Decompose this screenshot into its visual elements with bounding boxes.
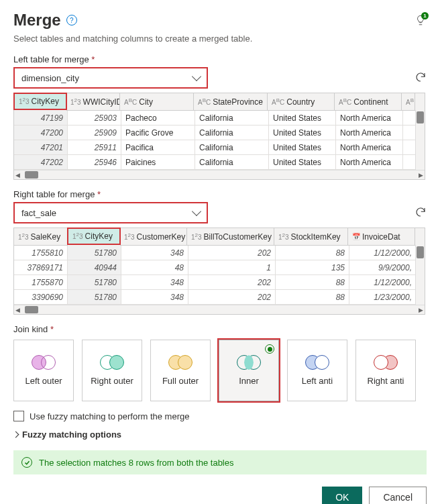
col-stockitemkey[interactable]: 123StockItemKey xyxy=(274,228,348,246)
col-more[interactable]: AB xyxy=(402,93,415,111)
refresh-icon[interactable] xyxy=(415,71,427,83)
left-table-select[interactable]: dimension_city xyxy=(13,67,208,89)
col-city[interactable]: ABCCity xyxy=(120,93,194,111)
col-stateprovince[interactable]: ABCStateProvince xyxy=(194,93,268,111)
status-text: The selection matches 8 rows from both t… xyxy=(39,458,233,468)
col-continent[interactable]: ABCContinent xyxy=(335,93,402,111)
left-table-grid: 123CityKey 123WWICityID ABCCity ABCState… xyxy=(13,93,425,180)
tips-badge: 1 xyxy=(421,12,429,19)
col-country[interactable]: ABCCountry xyxy=(268,93,335,111)
table-row: 175587051780348202881/12/2000, xyxy=(14,275,425,290)
right-table-grid: 123SaleKey 123CityKey 123CustomerKey 123… xyxy=(13,228,425,315)
ok-button[interactable]: OK xyxy=(322,487,362,504)
fuzzy-options-expander[interactable]: Fuzzy matching options xyxy=(13,430,427,440)
table-row: 4720125911PacificaCaliforniaUnited State… xyxy=(14,140,425,155)
subtitle: Select tables and matching columns to cr… xyxy=(13,34,427,44)
radio-selected-icon xyxy=(265,344,274,354)
horizontal-scrollbar[interactable]: ◀▶ xyxy=(14,305,425,314)
status-bar: The selection matches 8 rows from both t… xyxy=(13,450,427,474)
tips-icon[interactable]: 1 xyxy=(415,14,427,26)
right-table-value: fact_sale xyxy=(21,208,56,218)
success-icon xyxy=(21,457,32,468)
join-left-outer[interactable]: Left outer xyxy=(13,340,74,401)
chevron-down-icon xyxy=(192,207,201,216)
help-icon[interactable]: ? xyxy=(66,15,77,26)
col-wwicityid[interactable]: 123WWICityID xyxy=(66,93,120,111)
col-billtocustomerkey[interactable]: 123BillToCustomerKey xyxy=(187,228,274,246)
right-table-select[interactable]: fact_sale xyxy=(13,202,208,223)
page-title: Merge xyxy=(13,11,61,30)
horizontal-scrollbar[interactable]: ◀▶ xyxy=(14,170,425,179)
left-table-value: dimension_city xyxy=(21,73,79,83)
join-kind-label: Join kind * xyxy=(13,324,427,334)
table-row: 4719925903PachecoCaliforniaUnited States… xyxy=(14,111,425,125)
table-row: 4720025909Pacific GroveCaliforniaUnited … xyxy=(14,125,425,140)
table-row: 37869171409444811359/9/2000, xyxy=(14,260,425,275)
table-row: 339069051780348202881/23/2000, xyxy=(14,290,425,305)
table-row: 175581051780348202881/12/2000, xyxy=(14,246,425,260)
table-row: 4720225946PaicinesCaliforniaUnited State… xyxy=(14,155,425,170)
chevron-right-icon xyxy=(13,432,19,438)
refresh-icon[interactable] xyxy=(415,206,427,218)
chevron-down-icon xyxy=(192,72,201,81)
col-citykey[interactable]: 123CityKey xyxy=(13,93,67,110)
join-inner[interactable]: Inner xyxy=(219,340,279,401)
join-right-outer[interactable]: Right outer xyxy=(82,340,142,401)
col-salekey[interactable]: 123SaleKey xyxy=(14,228,68,246)
col-invoicedate[interactable]: 📅InvoiceDat xyxy=(348,228,415,246)
cancel-button[interactable]: Cancel xyxy=(369,487,427,504)
fuzzy-matching-checkbox[interactable] xyxy=(13,411,24,421)
col-customerkey[interactable]: 123CustomerKey xyxy=(120,228,187,246)
left-table-label: Left table for merge * xyxy=(13,54,427,64)
vertical-scrollbar[interactable] xyxy=(415,110,425,171)
vertical-scrollbar[interactable] xyxy=(415,245,425,306)
join-right-anti[interactable]: Right anti xyxy=(355,340,416,401)
join-full-outer[interactable]: Full outer xyxy=(150,340,211,401)
col-citykey-r[interactable]: 123CityKey xyxy=(67,228,121,245)
right-table-label: Right table for merge * xyxy=(13,189,427,199)
join-left-anti[interactable]: Left anti xyxy=(287,340,347,401)
fuzzy-matching-label: Use fuzzy matching to perform the merge xyxy=(30,411,189,421)
